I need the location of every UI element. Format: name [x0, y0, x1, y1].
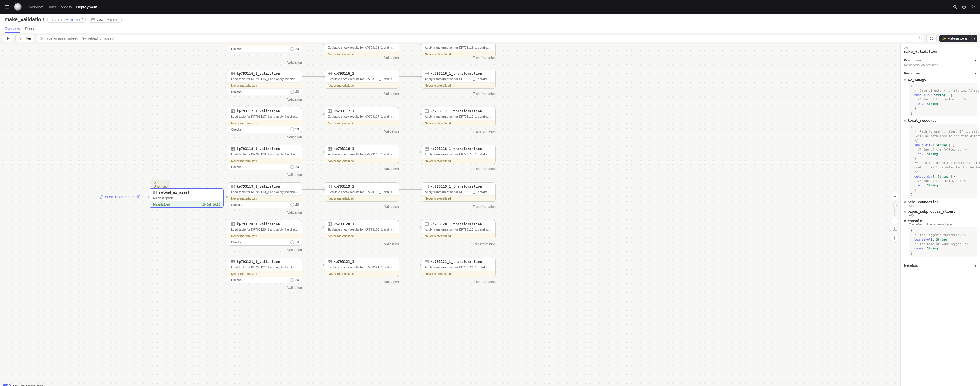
- svg-rect-37: [425, 110, 428, 113]
- svg-point-7: [973, 6, 974, 7]
- asset-search[interactable]: [37, 35, 924, 42]
- svg-point-79: [894, 238, 895, 239]
- svg-rect-49: [231, 185, 235, 188]
- svg-rect-28: [425, 72, 428, 75]
- svg-rect-2: [5, 8, 9, 8]
- layout-button[interactable]: [891, 226, 898, 233]
- svg-rect-77: [893, 230, 894, 231]
- nav-runs[interactable]: Runs: [47, 5, 56, 9]
- run-button[interactable]: [3, 35, 13, 42]
- node-kp793119_1_validation[interactable]: kp793119_1_validation Load table for KP7…: [228, 182, 302, 208]
- node-kp793117_1_validation[interactable]: kp793117_1_validation Load table for KP7…: [228, 107, 302, 133]
- subtabs: Overview Runs: [5, 25, 975, 33]
- node-kp793119_1[interactable]: kp793119_1 Evaluate check results for KP…: [325, 182, 399, 201]
- node-kp793117_1[interactable]: kp793117_1 Evaluate check results for KP…: [325, 107, 399, 126]
- tab-runs[interactable]: Runs: [25, 25, 33, 33]
- view-assets-pill[interactable]: View 106 assets: [89, 17, 122, 22]
- materialize-dropdown[interactable]: ▾: [972, 35, 977, 42]
- job-label: Job: [904, 46, 977, 49]
- info-icon[interactable]: [918, 37, 921, 40]
- svg-rect-78: [895, 230, 896, 231]
- page-title: make_validation: [5, 16, 45, 22]
- svg-rect-1: [5, 6, 9, 7]
- node-kp793116_1[interactable]: kp793116_1 Evaluate check results for KP…: [325, 70, 399, 89]
- node-kp793120_1[interactable]: kp793120_1 Evaluate check results for KP…: [325, 220, 399, 239]
- svg-rect-22: [231, 72, 235, 75]
- node-kp793120_1_validation[interactable]: kp793120_1_validation Load table for KP7…: [228, 220, 302, 246]
- svg-rect-70: [328, 260, 332, 263]
- nav-deployment[interactable]: Deployment: [76, 5, 97, 9]
- metadata-header[interactable]: Metadata▾: [904, 264, 977, 267]
- svg-rect-34: [328, 110, 332, 113]
- materialize-button[interactable]: ✨ Materialize all: [939, 35, 972, 42]
- node-kp793118_1_transformation[interactable]: kp793118_1_transformation Apply transfor…: [422, 145, 496, 164]
- svg-rect-67: [231, 260, 235, 263]
- help-icon[interactable]: ?: [961, 3, 967, 10]
- refresh-button[interactable]: [926, 35, 937, 42]
- svg-rect-13: [153, 191, 157, 194]
- svg-point-80: [893, 237, 896, 239]
- resource-io-manager[interactable]: ⊚ io_manager: [904, 78, 977, 81]
- node-kp793115_1_transformation[interactable]: kp793115_1_transformation Apply transfor…: [422, 44, 496, 57]
- zoom-out-button[interactable]: －: [891, 217, 898, 224]
- svg-rect-55: [425, 185, 428, 188]
- menu-icon[interactable]: [3, 3, 10, 10]
- center-button[interactable]: [891, 234, 898, 241]
- resource-local[interactable]: ⊚ local_resource: [904, 119, 977, 123]
- svg-rect-64: [425, 223, 428, 225]
- node-kp793121_1_transformation[interactable]: kp793121_1_transformation Apply transfor…: [422, 258, 496, 277]
- tab-overview[interactable]: Overview: [5, 25, 20, 33]
- node-kp793118_1_validation[interactable]: kp793118_1_validation Load table for KP7…: [228, 145, 302, 171]
- zoom-in-button[interactable]: ＋: [891, 193, 898, 200]
- filter-button[interactable]: Filter: [15, 35, 35, 42]
- job-name: make_validation: [904, 49, 977, 54]
- svg-text:?: ?: [964, 6, 965, 8]
- search-input[interactable]: [45, 37, 916, 40]
- resource-console[interactable]: ⊚ console: [904, 219, 977, 223]
- node-kp793116_1_transformation[interactable]: kp793116_1_transformation Apply transfor…: [422, 70, 496, 89]
- svg-rect-43: [328, 147, 332, 150]
- settings-icon[interactable]: [970, 3, 977, 10]
- top-nav: Overview Runs Assets Deployment: [27, 5, 97, 9]
- asset-graph-canvas[interactable]: ⟳ Unsynced (1)create_genbank_df reload_u…: [0, 44, 900, 386]
- node-kp793120_1_transformation[interactable]: kp793120_1_transformation Apply transfor…: [422, 220, 496, 239]
- node-reload-ui-asset[interactable]: reload_ui_asset No description Materiali…: [150, 188, 224, 208]
- node-kp793115_1_validation[interactable]: Load table for KP793115_1 and apply the …: [228, 44, 302, 53]
- view-toggle-label: View as Asset Graph: [13, 384, 44, 386]
- resource-pipes[interactable]: ⊚ pipes_subprocess_client: [904, 209, 977, 214]
- svg-rect-31: [231, 110, 235, 113]
- job-location-pill[interactable]: Job in synphage: [47, 17, 86, 22]
- svg-line-4: [956, 8, 957, 9]
- svg-rect-46: [425, 147, 428, 150]
- svg-rect-73: [425, 260, 428, 263]
- svg-point-3: [953, 5, 956, 8]
- search-icon[interactable]: [951, 3, 958, 10]
- node-kp793117_1_transformation[interactable]: kp793117_1_transformation Apply transfor…: [422, 107, 496, 126]
- resources-header[interactable]: Resources▾: [904, 72, 977, 75]
- link-create-genbank[interactable]: create_genbank_df: [100, 195, 140, 199]
- nav-overview[interactable]: Overview: [27, 5, 43, 9]
- description-header[interactable]: Description▾: [904, 59, 977, 62]
- view-toggle[interactable]: [3, 384, 11, 386]
- node-kp793121_1[interactable]: kp793121_1 Evaluate check results for KP…: [325, 258, 399, 277]
- svg-rect-61: [328, 223, 332, 225]
- resource-ncbi[interactable]: ⊚ ncbi_connection: [904, 200, 977, 204]
- node-kp793116_1_validation[interactable]: kp793116_1_validation Load table for KP7…: [228, 70, 302, 95]
- node-kp793115_1[interactable]: kp793115_1 Evaluate check results for KP…: [325, 44, 399, 57]
- svg-point-12: [919, 38, 920, 38]
- node-kp793121_1_validation[interactable]: kp793121_1_validation Load table for KP7…: [228, 258, 302, 283]
- svg-rect-25: [328, 72, 332, 75]
- svg-rect-52: [328, 185, 332, 188]
- node-kp793118_1[interactable]: kp793118_1 Evaluate check results for KP…: [325, 145, 399, 164]
- svg-rect-8: [92, 18, 95, 21]
- svg-rect-76: [894, 228, 895, 229]
- nav-assets[interactable]: Assets: [61, 5, 72, 9]
- zoom-slider[interactable]: [894, 201, 895, 216]
- svg-rect-40: [231, 147, 235, 150]
- description-value: No description provided: [904, 63, 977, 67]
- svg-rect-0: [5, 5, 9, 6]
- svg-rect-58: [231, 223, 235, 225]
- details-sidebar: Job make_validation Description▾ No desc…: [900, 44, 980, 386]
- logo[interactable]: [14, 3, 22, 11]
- node-kp793119_1_transformation[interactable]: kp793119_1_transformation Apply transfor…: [422, 182, 496, 201]
